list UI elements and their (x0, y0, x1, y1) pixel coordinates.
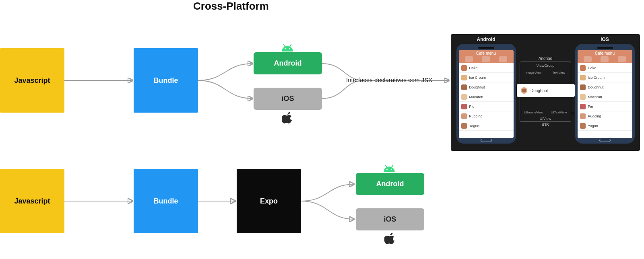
menu-item-label: Pie (469, 105, 475, 109)
ios-box-1: iOS (254, 88, 322, 110)
menu-item-label: Yogurt (469, 124, 480, 128)
svg-line-3 (290, 44, 291, 47)
bundle-box-2: Bundle (134, 169, 198, 233)
mock-mapping-column: Android ViewGroup ImageView TextView Dou… (520, 37, 571, 147)
menu-item-label: Ice Cream (469, 76, 486, 80)
food-icon (461, 94, 467, 100)
menu-item: Macaron (459, 92, 514, 102)
javascript-box-2: Javascript (0, 169, 64, 233)
svg-line-6 (385, 165, 386, 167)
mapping-card-label: Doughnut (530, 88, 548, 93)
arrow-bundle-to-android (198, 64, 253, 80)
menu-item: Pudding (578, 111, 632, 121)
menu-item-label: Cake (469, 66, 478, 70)
mapping-uiview-label: UIView (520, 117, 571, 121)
android-icon (382, 163, 396, 172)
menu-item: Doughnut (459, 82, 514, 92)
menu-item: Pudding (459, 111, 514, 121)
food-icon (461, 75, 467, 80)
menu-item: Macaron (578, 92, 632, 102)
menu-item-label: Doughnut (469, 85, 485, 89)
arrow-expo-to-ios (301, 201, 354, 219)
menu-item-label: Macaron (469, 95, 483, 99)
food-icon (461, 113, 467, 119)
food-icon (461, 104, 467, 109)
mapping-uitextview-label: UITextView (551, 111, 567, 114)
screen-title: Cafe menu (578, 51, 632, 56)
ios-box-2: iOS (356, 208, 424, 230)
mapping-textview-label: TextView (552, 71, 565, 74)
food-icon (580, 113, 586, 119)
food-icon (461, 65, 467, 71)
menu-list-ios: CakeIce CreamDoughnutMacaronPiePuddingYo… (578, 63, 632, 138)
menu-item: Yogurt (459, 121, 514, 131)
mock-android-column: Android Cafe menu CakeIce CreamDoughnutM… (455, 37, 517, 147)
mapping-top-label: Android (520, 56, 571, 61)
android-box-2: Android (356, 173, 424, 195)
menu-item-label: Ice Cream (588, 76, 605, 80)
mock-ios-column: iOS Cafe menu CakeIce CreamDoughnutMacar… (574, 37, 636, 147)
menu-item: Cake (578, 63, 632, 73)
jsx-label: Interfaces declarativas com JSX (346, 76, 432, 83)
food-icon (580, 104, 586, 109)
menu-item: Yogurt (578, 121, 632, 131)
menu-item-label: Yogurt (588, 124, 599, 128)
food-icon (580, 84, 586, 90)
arrow-expo-to-android (301, 184, 354, 201)
screen-title: Cafe menu (459, 51, 514, 56)
menu-item-label: Doughnut (588, 85, 604, 89)
doughnut-icon (521, 87, 527, 94)
arrow-bundle-to-ios (198, 80, 253, 99)
food-icon (580, 65, 586, 71)
mapping-bottom-label: iOS (520, 123, 571, 127)
ui-comparison-panel: Android Cafe menu CakeIce CreamDoughnutM… (451, 34, 640, 151)
svg-line-2 (283, 44, 285, 47)
menu-item-label: Pie (588, 105, 593, 109)
mock-android-title: Android (477, 37, 495, 42)
svg-point-1 (289, 48, 290, 49)
svg-line-7 (392, 165, 393, 167)
food-icon (461, 84, 467, 90)
javascript-box-1: Javascript (0, 48, 64, 113)
menu-item: Ice Cream (578, 73, 632, 82)
mapping-imageview-label: ImageView (526, 71, 541, 74)
expo-box: Expo (237, 169, 301, 233)
mapping-viewgroup-label: ViewGroup (520, 64, 571, 68)
menu-item: Pie (459, 102, 514, 111)
food-icon (580, 123, 586, 129)
menu-item-label: Pudding (469, 114, 483, 118)
mock-ios-title: iOS (601, 37, 609, 42)
diagram-title: Cross-Platform (193, 0, 269, 12)
svg-point-5 (391, 169, 392, 170)
menu-item-label: Cake (588, 66, 597, 70)
menu-item: Ice Cream (459, 73, 514, 82)
menu-item-label: Pudding (588, 114, 601, 118)
android-box-1: Android (254, 52, 322, 74)
mapping-frame: Android ViewGroup ImageView TextView Dou… (520, 62, 571, 122)
food-icon (461, 123, 467, 129)
menu-item: Cake (459, 63, 514, 73)
apple-icon (384, 232, 396, 244)
menu-item: Pie (578, 102, 632, 111)
food-icon (580, 94, 586, 100)
bundle-box-1: Bundle (134, 48, 198, 113)
mapping-uiimageview-label: UIImageView (524, 111, 543, 114)
menu-list-android: CakeIce CreamDoughnutMacaronPiePuddingYo… (459, 63, 514, 138)
svg-point-4 (386, 169, 388, 170)
food-icon (580, 75, 586, 80)
phone-android: Cafe menu CakeIce CreamDoughnutMacaronPi… (456, 44, 516, 144)
svg-point-0 (285, 48, 286, 49)
menu-item: Doughnut (578, 82, 632, 92)
android-icon (281, 43, 294, 51)
mapping-doughnut-card: Doughnut (517, 84, 575, 97)
phone-ios: Cafe menu CakeIce CreamDoughnutMacaronPi… (575, 44, 635, 144)
menu-item-label: Macaron (588, 95, 602, 99)
apple-icon (282, 111, 294, 123)
